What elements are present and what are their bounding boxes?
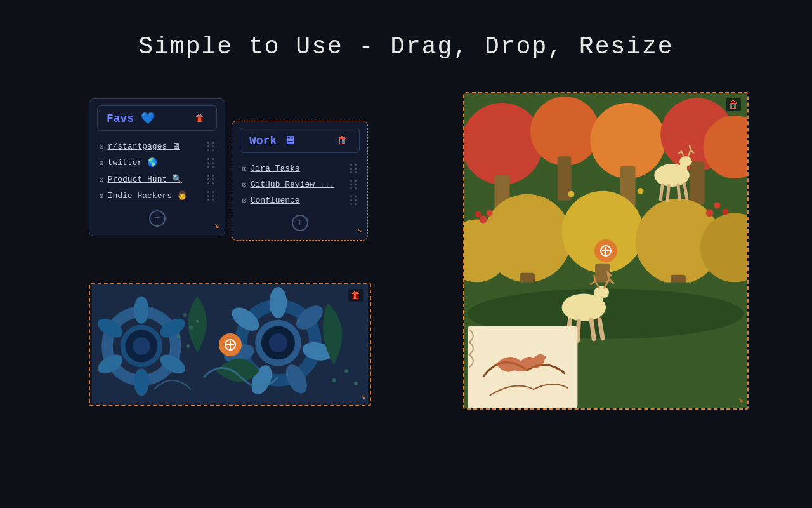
bookmark-label[interactable]: Product Hunt 🔍: [108, 174, 182, 184]
list-item: ⊠ Indie Hackers 👨: [97, 187, 217, 204]
resize-icon: [224, 338, 237, 351]
svg-point-73: [638, 188, 644, 194]
svg-point-25: [332, 378, 336, 382]
drag-handle[interactable]: [207, 158, 214, 168]
list-item: ⊠ r/startpages 🖥: [97, 138, 217, 154]
svg-line-64: [599, 319, 603, 338]
right-image-widget: 🗑: [463, 92, 749, 410]
svg-point-69: [706, 210, 714, 217]
drag-handle[interactable]: [207, 142, 214, 151]
drag-handle[interactable]: [207, 191, 214, 201]
bookmark-label[interactable]: Indie Hackers 👨: [108, 190, 187, 201]
svg-line-62: [577, 321, 579, 341]
right-image-center-icon[interactable]: [594, 239, 617, 262]
work-panel: Work 🖥 🗑 ⊠ Jira Tasks ⊠ GitHub Review ..…: [232, 121, 368, 241]
list-item: ⊠ Product Hunt 🔍: [97, 171, 217, 187]
bookmark-label[interactable]: Confluence: [251, 196, 300, 205]
svg-point-22: [177, 335, 181, 338]
bookmark-icon: ⊠: [100, 175, 104, 184]
favs-panel: Favs 💙 🗑 ⊠ r/startpages 🖥 ⊠ twitter 🌎: [89, 98, 225, 236]
svg-point-70: [714, 203, 720, 209]
favs-delete-button[interactable]: 🗑: [192, 111, 207, 125]
drag-handle[interactable]: [207, 175, 214, 184]
svg-line-63: [591, 320, 594, 339]
svg-point-33: [530, 97, 599, 166]
bookmark-icon: ⊠: [242, 180, 247, 189]
work-delete-button[interactable]: 🗑: [335, 133, 350, 147]
svg-point-60: [594, 286, 609, 299]
svg-point-12: [269, 333, 287, 352]
panel-resize-handle[interactable]: ↘: [214, 220, 219, 231]
svg-point-26: [344, 369, 348, 373]
svg-point-32: [464, 103, 543, 185]
add-work-bookmark-button[interactable]: +: [240, 215, 360, 231]
list-item: ⊠ Confluence: [240, 192, 360, 208]
bookmark-label[interactable]: Jira Tasks: [251, 164, 300, 173]
favs-panel-title: Favs 💙: [107, 111, 155, 125]
bookmark-icon: ⊠: [100, 142, 104, 150]
work-panel-title: Work 🖥: [249, 134, 295, 147]
bookmark-icon: ⊠: [242, 196, 247, 204]
bookmark-label[interactable]: twitter 🌎: [108, 157, 157, 168]
svg-point-7: [134, 368, 149, 396]
drag-handle[interactable]: [350, 180, 357, 189]
bookmark-icon: ⊠: [100, 192, 104, 200]
svg-point-72: [568, 191, 575, 197]
svg-line-54: [660, 185, 662, 199]
bottom-image-resize-handle[interactable]: ↘: [361, 391, 366, 401]
svg-point-67: [487, 210, 493, 217]
add-circle-icon: +: [292, 215, 308, 231]
drag-handle[interactable]: [350, 164, 357, 173]
bookmark-icon: ⊠: [100, 159, 104, 167]
list-item: ⊠ Jira Tasks: [240, 161, 360, 177]
add-circle-icon: +: [149, 210, 166, 227]
add-bookmark-button[interactable]: +: [97, 210, 217, 227]
bottom-image-center-icon[interactable]: [219, 333, 242, 356]
page-title: Simple to Use - Drag, Drop, Resize: [0, 0, 812, 86]
bookmark-label[interactable]: r/startpages 🖥: [108, 142, 180, 151]
svg-point-23: [186, 344, 190, 348]
favs-panel-header: Favs 💙 🗑: [97, 105, 217, 131]
svg-line-55: [667, 185, 669, 201]
list-item: ⊠ GitHub Review ...: [240, 177, 360, 192]
main-area: Favs 💙 🗑 ⊠ r/startpages 🖥 ⊠ twitter 🌎: [0, 86, 812, 508]
svg-line-56: [678, 185, 679, 199]
svg-point-27: [354, 382, 358, 385]
svg-point-13: [270, 287, 287, 318]
svg-point-24: [196, 320, 199, 323]
drag-handle[interactable]: [350, 196, 357, 205]
svg-point-68: [475, 211, 481, 218]
work-panel-resize-handle[interactable]: ↘: [357, 224, 362, 235]
svg-point-71: [722, 209, 728, 215]
list-item: ⊠ twitter 🌎: [97, 154, 217, 171]
bottom-left-image-widget: 🗑: [89, 283, 371, 406]
svg-point-66: [480, 215, 487, 223]
svg-point-53: [679, 156, 692, 166]
bottom-image-delete-button[interactable]: 🗑: [348, 289, 363, 302]
svg-point-21: [189, 326, 193, 330]
bookmark-icon: ⊠: [242, 164, 247, 173]
svg-point-3: [133, 337, 150, 354]
svg-rect-40: [690, 161, 705, 204]
svg-point-20: [183, 313, 187, 317]
resize-icon: [599, 244, 612, 257]
right-image-resize-handle[interactable]: ↘: [738, 394, 743, 404]
svg-point-4: [134, 297, 149, 324]
bookmark-label[interactable]: GitHub Review ...: [251, 180, 335, 189]
work-panel-header: Work 🖥 🗑: [240, 128, 360, 153]
right-image-delete-button[interactable]: 🗑: [726, 98, 741, 111]
